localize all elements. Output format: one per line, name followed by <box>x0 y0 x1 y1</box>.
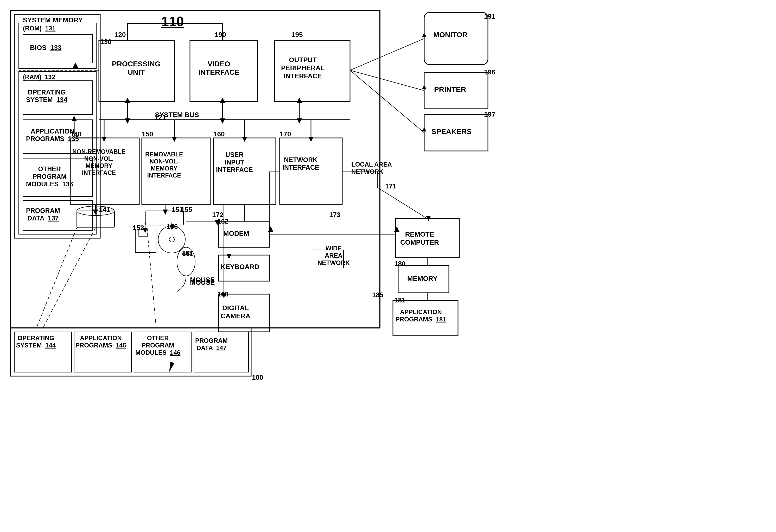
svg-marker-85 <box>422 33 427 37</box>
svg-line-96 <box>36 228 77 328</box>
system-memory-label: SYSTEM MEMORY <box>23 16 83 24</box>
svg-marker-82 <box>268 226 273 232</box>
label-121: 121 <box>155 113 166 121</box>
label-152: 152 <box>133 224 144 232</box>
digital-camera-label: DIGITALCAMERA <box>221 304 250 320</box>
app-prog2-label: APPLICATIONPROGRAMS 181 <box>396 309 446 323</box>
output-peripheral-label: OUTPUTPERIPHERALINTERFACE <box>281 56 325 80</box>
svg-marker-46 <box>220 98 225 103</box>
label-160: 160 <box>213 130 225 138</box>
local-area-network-label: LOCAL AREANETWORK <box>351 161 392 175</box>
app-prog3-label: APPLICATIONPROGRAMS 145 <box>75 334 126 349</box>
label-150: 150 <box>142 130 153 138</box>
removable-label: REMOVABLENON-VOL.MEMORYINTERFACE <box>145 151 183 179</box>
diagram-title: 110 <box>161 14 184 29</box>
keyboard-label: KEYBOARD <box>221 263 259 271</box>
video-interface-label: VIDEOINTERFACE <box>198 60 240 76</box>
label-181: 181 <box>394 296 405 304</box>
label-141: 141 <box>99 206 110 214</box>
svg-marker-89 <box>422 128 427 132</box>
label-191: 191 <box>484 12 495 21</box>
monitor-label: MONITOR <box>433 31 467 39</box>
label-197: 197 <box>484 110 495 119</box>
svg-marker-44 <box>125 119 130 124</box>
svg-marker-56 <box>242 137 247 142</box>
other-prog2-label: OTHERPROGRAMMODULES 146 <box>135 334 180 356</box>
other-prog-label: OTHERPROGRAMMODULES 136 <box>26 165 73 188</box>
svg-marker-61 <box>71 116 77 121</box>
svg-line-84 <box>350 38 424 70</box>
svg-marker-43 <box>125 98 130 103</box>
svg-marker-87 <box>422 85 427 89</box>
label-173: 173 <box>329 211 340 219</box>
memory-label: MEMORY <box>407 275 437 283</box>
label-196: 196 <box>484 68 495 76</box>
label-180: 180 <box>394 260 405 268</box>
svg-line-97 <box>147 228 156 328</box>
svg-marker-98 <box>169 362 174 372</box>
svg-marker-58 <box>309 137 314 142</box>
prog-data2-label: PROGRAMDATA 147 <box>195 337 228 352</box>
svg-marker-54 <box>172 137 177 142</box>
label-161: 161 <box>182 249 193 256</box>
svg-line-99 <box>43 228 95 328</box>
svg-marker-47 <box>220 119 225 124</box>
label-155: 155 <box>181 206 192 214</box>
ram-label: (RAM) 132 <box>23 73 55 81</box>
svg-marker-49 <box>297 98 302 103</box>
non-removable-label: NON-REMOVABLENON-VOL.MEMORYINTERFACE <box>72 148 126 176</box>
mouse-label: MOUSE <box>190 279 215 287</box>
wide-area-network-label: WIDEAREANETWORK <box>318 245 350 267</box>
os-label: OPERATINGSYSTEM 134 <box>26 88 67 104</box>
os2-label: OPERATINGSYSTEM 144 <box>16 334 56 349</box>
printer-label: PRINTER <box>434 85 466 94</box>
label-130: 130 <box>100 38 112 46</box>
svg-point-39 <box>169 237 174 242</box>
svg-marker-83 <box>394 226 399 232</box>
svg-line-86 <box>350 70 424 91</box>
network-interface-label: NETWORKINTERFACE <box>282 156 319 171</box>
label-100: 100 <box>252 373 263 382</box>
svg-marker-74 <box>226 254 232 259</box>
svg-line-88 <box>350 70 424 133</box>
label-172: 172 <box>212 211 223 219</box>
svg-rect-36 <box>135 229 156 252</box>
label-170: 170 <box>280 130 291 138</box>
modem-label: MODEM <box>223 229 249 238</box>
bios-label: BIOS 133 <box>30 44 61 52</box>
svg-marker-65 <box>163 209 168 215</box>
label-120: 120 <box>115 31 126 39</box>
label-195: 195 <box>292 31 303 39</box>
label-190: 190 <box>215 31 226 39</box>
user-input-label: USERINPUTINTERFACE <box>216 151 253 174</box>
svg-marker-108 <box>73 62 78 68</box>
label-185: 185 <box>372 291 383 299</box>
remote-computer-label: REMOTECOMPUTER <box>400 230 439 246</box>
speakers-label: SPEAKERS <box>431 128 471 136</box>
prog-data-label: PROGRAMDATA 137 <box>26 207 60 222</box>
label-156: 156 <box>167 222 178 231</box>
svg-marker-63 <box>93 209 98 215</box>
label-163: 163 <box>217 290 228 298</box>
svg-line-92 <box>377 187 427 219</box>
processing-unit-label: PROCESSINGUNIT <box>112 60 161 76</box>
svg-marker-93 <box>426 216 431 221</box>
svg-marker-50 <box>297 119 302 124</box>
svg-marker-52 <box>102 137 107 142</box>
rom-label: (ROM) 131 <box>23 25 55 32</box>
app-prog-label: APPLICATIONPROGRAMS 135 <box>26 128 79 143</box>
label-171: 171 <box>385 182 396 190</box>
